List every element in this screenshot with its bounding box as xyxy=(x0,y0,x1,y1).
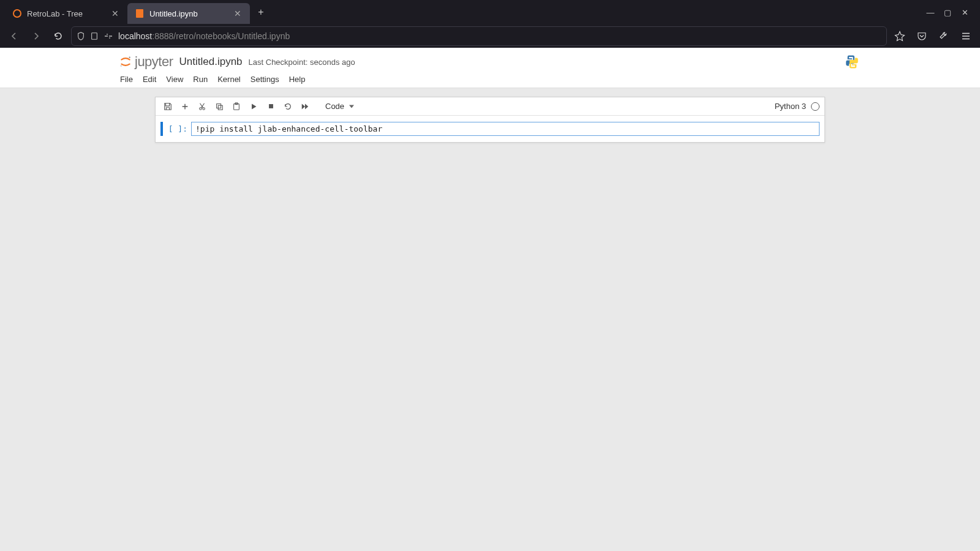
svg-rect-7 xyxy=(217,103,221,108)
toolbar-right-icons xyxy=(891,27,975,45)
browser-tab-0[interactable]: RetroLab - Tree ✕ xyxy=(5,3,127,24)
menu-view[interactable]: View xyxy=(166,75,183,84)
tab-title: Untitled.ipynb xyxy=(149,9,228,18)
pocket-icon[interactable] xyxy=(913,27,931,45)
cell-prompt: [ ]: xyxy=(164,122,191,136)
notebook-name[interactable]: Untitled.ipynb xyxy=(179,56,243,68)
interrupt-button[interactable] xyxy=(263,99,278,114)
favicon-notebook-icon xyxy=(135,9,145,18)
menu-bar: File Edit View Run Kernel Settings Help xyxy=(0,72,980,88)
svg-point-3 xyxy=(129,56,130,58)
svg-rect-11 xyxy=(269,104,273,108)
menu-settings[interactable]: Settings xyxy=(251,75,279,84)
url-path: /retro/notebooks/Untitled.ipynb xyxy=(173,31,290,41)
restart-run-all-button[interactable] xyxy=(298,99,312,114)
notebook-toolbar: Code Python 3 xyxy=(156,97,824,116)
kernel-name[interactable]: Python 3 xyxy=(775,102,806,111)
close-window-icon[interactable]: ✕ xyxy=(960,8,969,17)
browser-chrome: RetroLab - Tree ✕ Untitled.ipynb ✕ + — ▢… xyxy=(0,0,980,48)
svg-rect-1 xyxy=(136,9,143,18)
jupyter-logo-icon xyxy=(119,55,132,69)
menu-file[interactable]: File xyxy=(120,75,133,84)
notebook-panel: Code Python 3 [ ]: !pip install jlab-enh… xyxy=(155,97,825,143)
paste-button[interactable] xyxy=(229,99,244,114)
window-controls: — ▢ ✕ xyxy=(926,8,975,17)
shield-icon xyxy=(77,32,85,40)
jupyter-logo-text: jupyter xyxy=(135,54,173,70)
address-bar[interactable]: localhost:8888/retro/notebooks/Untitled.… xyxy=(71,26,887,46)
jupyter-header: jupyter Untitled.ipynb Last Checkpoint: … xyxy=(0,48,980,88)
cell-type-value: Code xyxy=(325,102,344,111)
python-kernel-logo-icon xyxy=(844,54,860,70)
page-content: jupyter Untitled.ipynb Last Checkpoint: … xyxy=(0,48,980,551)
new-tab-button[interactable]: + xyxy=(252,4,270,21)
browser-tab-1[interactable]: Untitled.ipynb ✕ xyxy=(127,3,250,24)
wrench-icon[interactable] xyxy=(935,27,953,45)
svg-point-0 xyxy=(13,10,21,17)
tab-strip: RetroLab - Tree ✕ Untitled.ipynb ✕ + — ▢… xyxy=(0,0,980,24)
cell-active-bar xyxy=(160,122,163,136)
menu-run[interactable]: Run xyxy=(193,75,208,84)
cells-area: [ ]: !pip install jlab-enhanced-cell-too… xyxy=(156,116,824,142)
menu-edit[interactable]: Edit xyxy=(143,75,156,84)
back-button[interactable] xyxy=(5,27,23,45)
save-button[interactable] xyxy=(160,99,175,114)
kernel-status-icon[interactable] xyxy=(811,102,820,111)
jupyter-logo[interactable]: jupyter xyxy=(119,54,173,70)
svg-point-4 xyxy=(121,66,122,67)
run-button[interactable] xyxy=(246,99,261,114)
restart-button[interactable] xyxy=(281,99,295,114)
menu-kernel[interactable]: Kernel xyxy=(217,75,241,84)
svg-rect-9 xyxy=(234,103,239,110)
maximize-icon[interactable]: ▢ xyxy=(943,8,952,17)
reload-button[interactable] xyxy=(49,27,67,45)
checkpoint-text: Last Checkpoint: seconds ago xyxy=(249,58,355,67)
copy-button[interactable] xyxy=(212,99,227,114)
menu-help[interactable]: Help xyxy=(289,75,306,84)
page-info-icon xyxy=(90,32,99,40)
cut-button[interactable] xyxy=(195,99,209,114)
tab-title: RetroLab - Tree xyxy=(27,9,105,18)
close-icon[interactable]: ✕ xyxy=(233,9,243,18)
hamburger-icon[interactable] xyxy=(957,27,975,45)
connection-icon xyxy=(104,32,113,40)
minimize-icon[interactable]: — xyxy=(926,8,935,17)
favicon-retrolab-icon xyxy=(12,9,22,18)
url-port: :8888 xyxy=(152,31,173,41)
cell-input[interactable]: !pip install jlab-enhanced-cell-toolbar xyxy=(191,122,820,136)
code-cell[interactable]: [ ]: !pip install jlab-enhanced-cell-too… xyxy=(160,122,820,136)
insert-cell-button[interactable] xyxy=(178,99,192,114)
url-host: localhost xyxy=(118,31,152,41)
address-row: localhost:8888/retro/notebooks/Untitled.… xyxy=(0,24,980,48)
svg-rect-8 xyxy=(218,105,222,110)
cell-type-select[interactable]: Code xyxy=(321,100,358,112)
svg-rect-2 xyxy=(92,33,97,40)
forward-button[interactable] xyxy=(27,27,45,45)
bookmark-icon[interactable] xyxy=(891,27,909,45)
url-text: localhost:8888/retro/notebooks/Untitled.… xyxy=(118,31,290,41)
close-icon[interactable]: ✕ xyxy=(110,9,120,18)
